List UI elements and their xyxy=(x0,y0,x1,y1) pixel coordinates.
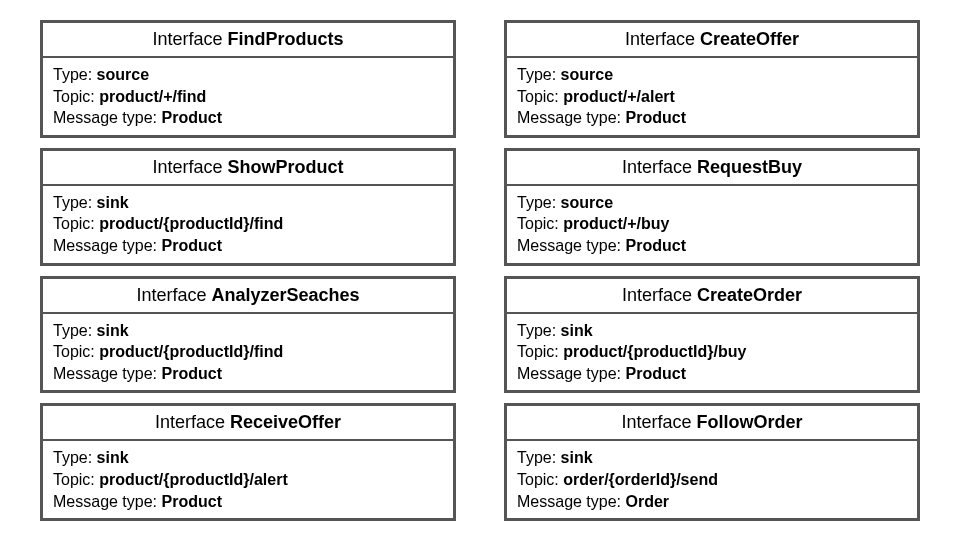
topic-value: product/+/alert xyxy=(563,88,675,105)
card-body: Type: source Topic: product/+/alert Mess… xyxy=(507,58,917,135)
interface-prefix: Interface xyxy=(136,285,206,305)
msgtype-label: Message type: xyxy=(517,109,621,126)
topic-label: Topic: xyxy=(53,471,95,488)
msgtype-value: Product xyxy=(626,365,686,382)
msgtype-value: Product xyxy=(162,237,222,254)
msgtype-row: Message type: Product xyxy=(53,363,443,385)
type-value: source xyxy=(561,66,613,83)
topic-value: product/{productId}/find xyxy=(99,215,283,232)
type-row: Type: source xyxy=(517,192,907,214)
type-value: sink xyxy=(561,449,593,466)
topic-label: Topic: xyxy=(53,215,95,232)
interface-card: Interface AnalyzerSeaches Type: sink Top… xyxy=(40,276,456,394)
msgtype-row: Message type: Product xyxy=(53,491,443,513)
card-body: Type: sink Topic: product/{productId}/al… xyxy=(43,441,453,518)
msgtype-row: Message type: Product xyxy=(517,107,907,129)
card-title: Interface ReceiveOffer xyxy=(43,406,453,441)
type-row: Type: sink xyxy=(517,320,907,342)
card-body: Type: sink Topic: product/{productId}/fi… xyxy=(43,314,453,391)
interface-card: Interface CreateOrder Type: sink Topic: … xyxy=(504,276,920,394)
interface-card: Interface ReceiveOffer Type: sink Topic:… xyxy=(40,403,456,521)
type-value: sink xyxy=(97,449,129,466)
topic-row: Topic: product/+/find xyxy=(53,86,443,108)
interface-name: ShowProduct xyxy=(228,157,344,177)
topic-label: Topic: xyxy=(53,343,95,360)
msgtype-label: Message type: xyxy=(53,237,157,254)
interface-prefix: Interface xyxy=(155,412,225,432)
card-body: Type: sink Topic: product/{productId}/fi… xyxy=(43,186,453,263)
type-label: Type: xyxy=(53,322,92,339)
interface-card: Interface FollowOrder Type: sink Topic: … xyxy=(504,403,920,521)
type-row: Type: sink xyxy=(53,192,443,214)
topic-row: Topic: order/{orderId}/send xyxy=(517,469,907,491)
msgtype-label: Message type: xyxy=(517,365,621,382)
msgtype-label: Message type: xyxy=(53,493,157,510)
topic-label: Topic: xyxy=(517,343,559,360)
type-label: Type: xyxy=(53,66,92,83)
type-row: Type: sink xyxy=(53,320,443,342)
msgtype-value: Product xyxy=(162,109,222,126)
type-row: Type: source xyxy=(517,64,907,86)
type-value: source xyxy=(97,66,149,83)
interface-name: FollowOrder xyxy=(697,412,803,432)
msgtype-row: Message type: Product xyxy=(517,363,907,385)
interface-prefix: Interface xyxy=(152,29,222,49)
type-row: Type: sink xyxy=(53,447,443,469)
interface-card: Interface ShowProduct Type: sink Topic: … xyxy=(40,148,456,266)
type-label: Type: xyxy=(517,194,556,211)
type-label: Type: xyxy=(517,322,556,339)
card-body: Type: sink Topic: order/{orderId}/send M… xyxy=(507,441,917,518)
card-body: Type: source Topic: product/+/find Messa… xyxy=(43,58,453,135)
topic-row: Topic: product/+/alert xyxy=(517,86,907,108)
card-body: Type: sink Topic: product/{productId}/bu… xyxy=(507,314,917,391)
interface-prefix: Interface xyxy=(621,412,691,432)
msgtype-value: Product xyxy=(162,493,222,510)
interface-name: FindProducts xyxy=(228,29,344,49)
card-title: Interface ShowProduct xyxy=(43,151,453,186)
interface-name: RequestBuy xyxy=(697,157,802,177)
type-value: sink xyxy=(97,322,129,339)
interface-name: AnalyzerSeaches xyxy=(211,285,359,305)
topic-value: product/{productId}/alert xyxy=(99,471,287,488)
msgtype-row: Message type: Product xyxy=(517,235,907,257)
topic-label: Topic: xyxy=(53,88,95,105)
type-label: Type: xyxy=(53,449,92,466)
topic-value: order/{orderId}/send xyxy=(563,471,718,488)
interface-name: CreateOrder xyxy=(697,285,802,305)
msgtype-label: Message type: xyxy=(517,493,621,510)
type-value: sink xyxy=(97,194,129,211)
type-row: Type: source xyxy=(53,64,443,86)
topic-row: Topic: product/+/buy xyxy=(517,213,907,235)
type-value: source xyxy=(561,194,613,211)
msgtype-label: Message type: xyxy=(517,237,621,254)
msgtype-row: Message type: Product xyxy=(53,235,443,257)
topic-value: product/+/find xyxy=(99,88,206,105)
topic-value: product/+/buy xyxy=(563,215,669,232)
msgtype-value: Product xyxy=(626,237,686,254)
interface-card: Interface FindProducts Type: source Topi… xyxy=(40,20,456,138)
interface-prefix: Interface xyxy=(622,157,692,177)
topic-label: Topic: xyxy=(517,88,559,105)
interface-name: ReceiveOffer xyxy=(230,412,341,432)
interface-prefix: Interface xyxy=(625,29,695,49)
topic-row: Topic: product/{productId}/find xyxy=(53,341,443,363)
msgtype-row: Message type: Product xyxy=(53,107,443,129)
topic-value: product/{productId}/buy xyxy=(563,343,746,360)
type-label: Type: xyxy=(517,449,556,466)
msgtype-label: Message type: xyxy=(53,109,157,126)
interface-card: Interface CreateOffer Type: source Topic… xyxy=(504,20,920,138)
topic-row: Topic: product/{productId}/buy xyxy=(517,341,907,363)
card-title: Interface CreateOffer xyxy=(507,23,917,58)
topic-row: Topic: product/{productId}/alert xyxy=(53,469,443,491)
msgtype-label: Message type: xyxy=(53,365,157,382)
type-label: Type: xyxy=(517,66,556,83)
type-value: sink xyxy=(561,322,593,339)
card-title: Interface FindProducts xyxy=(43,23,453,58)
topic-row: Topic: product/{productId}/find xyxy=(53,213,443,235)
interface-prefix: Interface xyxy=(152,157,222,177)
topic-value: product/{productId}/find xyxy=(99,343,283,360)
topic-label: Topic: xyxy=(517,471,559,488)
type-row: Type: sink xyxy=(517,447,907,469)
interface-name: CreateOffer xyxy=(700,29,799,49)
interface-grid: Interface FindProducts Type: source Topi… xyxy=(40,20,920,521)
